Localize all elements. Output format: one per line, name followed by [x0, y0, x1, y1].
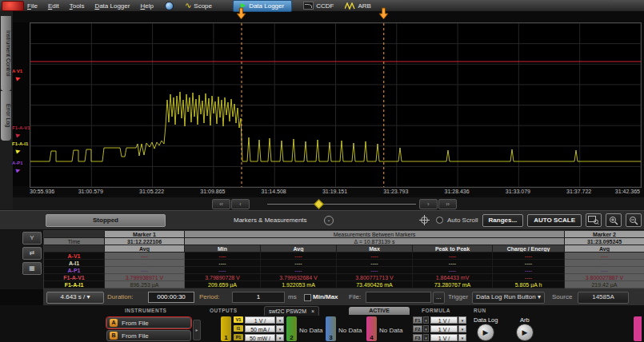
run-datalog-label: Data Log [474, 316, 498, 324]
channel-1-bar: 1 [221, 316, 231, 341]
cell-a-i1-avg: ---- [261, 260, 337, 267]
duration-value[interactable]: 000:00:30 [148, 292, 194, 303]
instruments-expander-button[interactable]: ▸ [193, 320, 201, 340]
zoom-out-icon [629, 216, 638, 225]
auto-scale-button[interactable]: AUTO SCALE [527, 214, 582, 227]
pan-next-button[interactable]: › [419, 199, 438, 209]
menu-item-data-logger[interactable]: Data Logger [94, 2, 130, 10]
zoom-window-button[interactable] [586, 213, 602, 227]
crosshair-button[interactable] [418, 214, 432, 226]
axis-tick-label: 31:42.365 [615, 189, 640, 194]
output1-p1-scale-dropdown[interactable]: ▾ [276, 334, 284, 341]
formula-f1-scale-value[interactable]: 1 V / [430, 316, 458, 324]
file-label: File: [349, 293, 361, 300]
run-arb-label: Arb [520, 316, 530, 324]
ranges-button[interactable]: Ranges... [482, 214, 524, 227]
formula-f3-select[interactable]: ▾ [423, 334, 429, 341]
time-axis: 30:55.93631:00.57931:05.22231:09.86531:1… [30, 188, 640, 197]
pan-prev-button[interactable]: ‹ [231, 199, 250, 209]
menu-item-edit[interactable]: Edit [48, 2, 59, 10]
time-marker-handle[interactable] [236, 7, 246, 23]
menu-item-file[interactable]: File [27, 2, 38, 10]
instrument-a-button[interactable]: A From File [106, 317, 191, 328]
datalog-run-button[interactable]: ▶ [477, 324, 494, 341]
instrument-b-icon: B [110, 332, 118, 340]
waveform-plot[interactable] [30, 22, 642, 188]
cell-f1-a-i1-ce: 5.805 µA h [493, 281, 565, 288]
output1-p1-chip: P1 [234, 334, 243, 340]
crosshair-icon [419, 215, 430, 225]
tab-error-log[interactable]: Error Log [1, 91, 11, 141]
axis-tick-label: 31:37.722 [566, 189, 591, 194]
marker2-col-header: Avg [565, 245, 644, 253]
close-icon[interactable]: × [311, 308, 314, 316]
info-button[interactable] [165, 2, 174, 10]
output1-v1-scale-dropdown[interactable]: ▾ [276, 316, 284, 324]
table-corner [44, 231, 105, 238]
period-input[interactable]: 1 [232, 292, 285, 303]
col-header-avg: Avg [261, 245, 337, 253]
output1-i1-scale-dropdown[interactable]: ▾ [276, 325, 284, 332]
instrument-a-icon: A [110, 319, 118, 327]
cell-f1-a-v1-min: 3.79890728 V [185, 274, 261, 281]
pan-first-button[interactable]: ‹‹ [212, 199, 230, 209]
menu-item-help[interactable]: Help [140, 2, 153, 10]
formula-f3-scale-value[interactable]: 1 V / [430, 334, 458, 341]
axis-tick-label: 31:14.508 [262, 189, 286, 194]
arb-tab[interactable]: ARB [345, 2, 370, 10]
file-input[interactable] [366, 292, 431, 303]
chart-region: 30:55.93631:00.57931:05.22231:09.86531:1… [0, 11, 644, 197]
pan-last-button[interactable]: ›› [438, 199, 457, 209]
row-label-a-i1: A-I1 [44, 260, 105, 267]
menu-bar: FileEditToolsData LoggerHelp ∿ Scope ▶ D… [0, 0, 644, 11]
time-scale-dropdown[interactable]: 4.643 s / ▾ [46, 292, 104, 304]
axis-tick-label: 31:05.222 [139, 189, 164, 194]
axis-tick-label: 31:28.436 [445, 189, 470, 194]
marker1-time: 31:12.222106 [105, 238, 185, 245]
pan-slider-track[interactable] [267, 204, 416, 205]
time-row-label: Time [44, 238, 105, 245]
output1-p1-scale-value[interactable]: 50 mW / [245, 334, 275, 341]
panel-collapse-button[interactable]: ⌄ [324, 216, 334, 225]
formula-f2-scale-dropdown[interactable]: ▾ [458, 325, 466, 332]
arb-run-button[interactable]: ▶ [516, 324, 534, 341]
pan-slider-thumb[interactable] [314, 199, 324, 209]
formula-f1-select[interactable]: ▾ [423, 316, 429, 324]
measure-tool-icon: Y [30, 234, 34, 241]
cell-a-p1-min: ---- [185, 267, 261, 274]
output1-v1-scale-value[interactable]: 1 V / [245, 316, 275, 324]
active-tab[interactable]: ACTIVE [349, 307, 410, 315]
cell-a-v1-m2: ---- [565, 253, 644, 260]
ccdf-tab[interactable]: CCDF [303, 2, 334, 10]
measurement-tool-rail: Y⇄▦ [22, 232, 42, 275]
minmax-checkbox[interactable] [304, 294, 311, 301]
formula-f2-scale-value[interactable]: 1 V / [430, 325, 458, 332]
auto-scroll-toggle[interactable] [436, 217, 443, 224]
zoom-in-button[interactable] [606, 213, 622, 227]
trigger-dropdown[interactable]: Data Log Run Button ▾ [472, 292, 545, 304]
time-marker-handle[interactable] [378, 7, 389, 23]
output1-i1-scale-value[interactable]: 50 mA / [245, 325, 275, 332]
table-corner [44, 245, 105, 253]
markers-button[interactable]: ⇄ [22, 247, 42, 260]
measurements-table: Marker 1 Measurements Between Markers Ma… [43, 230, 644, 289]
browse-button[interactable]: ... [433, 292, 445, 304]
measure-tool-button[interactable]: Y [22, 232, 42, 245]
col-header-peak-to-peak: Peak to Peak [413, 245, 493, 253]
scope-tab[interactable]: ∿ Scope [185, 2, 212, 10]
menu-item-tools[interactable]: Tools [70, 2, 85, 10]
instrument-b-button[interactable]: B From File [106, 330, 191, 341]
grid-button[interactable]: ▦ [22, 262, 42, 275]
trigger-label: Trigger [448, 293, 468, 300]
formula-f2-select[interactable]: ▾ [423, 325, 429, 332]
zoom-out-button[interactable] [626, 213, 642, 227]
tab-instrument-control[interactable]: Instrument Control [1, 16, 11, 91]
source-dropdown[interactable]: 14585A [578, 292, 629, 304]
formula-f3-scale-dropdown[interactable]: ▾ [458, 334, 466, 341]
cell-a-v1-ptp: ---- [413, 253, 493, 260]
channel-2-bar: 2 [286, 316, 297, 341]
row-label-a-v1: A-V1 [44, 253, 105, 260]
axis-tick-label: 31:19.151 [322, 189, 347, 194]
datalog-file-tab[interactable]: swf2C PSW2M × [264, 306, 319, 316]
formula-f1-scale-dropdown[interactable]: ▾ [458, 316, 466, 324]
